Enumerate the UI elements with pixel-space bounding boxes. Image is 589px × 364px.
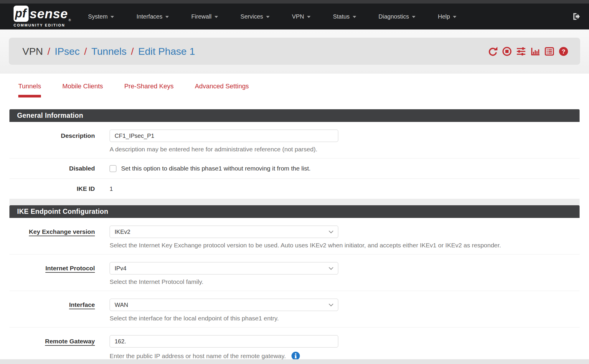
interface-control: WAN Select the interface for the local e…	[110, 299, 580, 322]
menu-item-label: Help	[438, 13, 450, 20]
ike-endpoint-configuration-section: IKE Endpoint Configuration Key Exchange …	[9, 205, 580, 364]
menu-item-label: Firewall	[191, 13, 212, 20]
breadcrumb-link-tunnels[interactable]: Tunnels	[91, 46, 127, 57]
remote-gateway-input[interactable]	[110, 335, 338, 348]
registered-mark: ®	[69, 18, 71, 22]
breadcrumb-separator: /	[131, 46, 134, 57]
internet-protocol-help-text: Select the Internet Protocol family.	[110, 278, 580, 285]
key-exchange-version-label: Key Exchange version	[9, 226, 110, 249]
key-exchange-version-select[interactable]: IKEv2	[110, 226, 338, 238]
bottom-strip	[0, 359, 589, 364]
tab-label: Tunnels	[18, 82, 41, 90]
menu-item-help[interactable]: Help	[438, 13, 456, 20]
menu-item-label: Status	[333, 13, 350, 20]
chevron-down-icon	[329, 265, 334, 270]
description-control: A description may be entered here for ad…	[110, 130, 580, 153]
menu-item-services[interactable]: Services	[240, 13, 270, 20]
tab-label: Pre-Shared Keys	[124, 82, 174, 90]
menu-item-diagnostics[interactable]: Diagnostics	[379, 13, 415, 20]
key-exchange-version-row: Key Exchange version IKEv2 Select the In…	[9, 218, 580, 254]
tab-pre-shared-keys[interactable]: Pre-Shared Keys	[116, 82, 183, 97]
breadcrumb-bar: VPN / IPsec / Tunnels / Edit Phase 1	[9, 38, 580, 65]
ike-id-value: 1	[110, 183, 580, 195]
menu-item-firewall[interactable]: Firewall	[191, 13, 218, 20]
pfsense-logo[interactable]: pf sense ® COMMUNITY EDITION	[14, 6, 71, 27]
menu-item-status[interactable]: Status	[333, 13, 356, 20]
menu-item-label: Diagnostics	[379, 13, 409, 20]
breadcrumb-actions: ?	[488, 47, 568, 56]
interface-row: Interface WAN Select the interface for t…	[9, 291, 580, 327]
tab-bar: Tunnels Mobile Clients Pre-Shared Keys A…	[0, 74, 589, 97]
chevron-down-icon	[165, 16, 169, 18]
ike-id-row: IKE ID 1	[9, 179, 580, 199]
description-label: Description	[9, 130, 110, 153]
chevron-down-icon	[412, 16, 415, 18]
menu-item-system[interactable]: System	[88, 13, 114, 20]
general-information-section: General Information Description A descri…	[9, 109, 580, 199]
remote-gateway-row: Remote Gateway Enter the public IP addre…	[9, 327, 580, 364]
description-help-text: A description may be entered here for ad…	[110, 146, 580, 153]
tab-underline	[62, 95, 103, 97]
internet-protocol-select[interactable]: IPv4	[110, 262, 338, 274]
disabled-label: Disabled	[9, 162, 110, 175]
description-input[interactable]	[110, 130, 338, 142]
active-tab-underline	[18, 95, 41, 97]
svg-text:?: ?	[562, 48, 565, 54]
section-gap	[9, 199, 580, 205]
sliders-icon[interactable]	[516, 47, 526, 56]
breadcrumb-separator: /	[47, 46, 50, 57]
top-strip	[0, 0, 589, 4]
pfsense-logo-wordmark: pf sense ®	[14, 6, 71, 22]
menu-item-label: System	[88, 13, 108, 20]
chevron-down-icon	[329, 302, 334, 307]
disabled-checkbox[interactable]	[110, 165, 116, 172]
sign-out-icon[interactable]	[571, 12, 580, 21]
tab-tunnels[interactable]: Tunnels	[9, 82, 50, 97]
tab-advanced-settings[interactable]: Advanced Settings	[186, 82, 258, 97]
select-value: WAN	[115, 302, 128, 308]
chevron-down-icon	[329, 229, 334, 234]
stop-icon[interactable]	[502, 47, 512, 56]
refresh-icon[interactable]	[488, 47, 498, 56]
tab-underline	[195, 95, 249, 97]
disabled-control: Set this option to disable this phase1 w…	[110, 162, 580, 175]
list-icon[interactable]	[545, 47, 554, 56]
key-exchange-version-control: IKEv2 Select the Internet Key Exchange p…	[110, 226, 580, 249]
key-exchange-version-help-text: Select the Internet Key Exchange protoco…	[110, 242, 580, 249]
disabled-checkbox-text: Set this option to disable this phase1 w…	[121, 165, 311, 172]
select-value: IKEv2	[115, 229, 130, 235]
top-navbar: pf sense ® COMMUNITY EDITION System Inte…	[0, 4, 589, 29]
chevron-down-icon	[110, 16, 114, 18]
help-icon[interactable]: ?	[559, 47, 568, 56]
breadcrumb-link-ipsec[interactable]: IPsec	[55, 46, 80, 57]
tab-underline	[124, 95, 174, 97]
sense-wordmark: sense	[30, 7, 68, 20]
section-title-ike-endpoint-configuration: IKE Endpoint Configuration	[9, 205, 580, 218]
chevron-down-icon	[353, 16, 356, 18]
menu-item-interfaces[interactable]: Interfaces	[136, 13, 169, 20]
community-edition-label: COMMUNITY EDITION	[14, 23, 71, 27]
page-header-zone: VPN / IPsec / Tunnels / Edit Phase 1	[0, 29, 589, 74]
remote-gateway-control: Enter the public IP address or host name…	[110, 335, 580, 360]
bar-chart-icon[interactable]	[530, 47, 540, 56]
internet-protocol-row: Internet Protocol IPv4 Select the Intern…	[9, 254, 580, 291]
breadcrumb: VPN / IPsec / Tunnels / Edit Phase 1	[22, 46, 195, 57]
remote-gateway-help-text: Enter the public IP address or host name…	[110, 353, 286, 360]
select-value: IPv4	[115, 265, 126, 272]
chevron-down-icon	[266, 16, 270, 18]
interface-label: Interface	[9, 299, 110, 322]
disabled-row: Disabled Set this option to disable this…	[9, 158, 580, 179]
menu-item-label: VPN	[292, 13, 304, 20]
interface-select[interactable]: WAN	[110, 299, 338, 311]
section-title-general-information: General Information	[9, 109, 580, 122]
ike-id-label: IKE ID	[9, 183, 110, 195]
pf-logo-mark: pf	[14, 6, 29, 22]
main-menu: System Interfaces Firewall Services VPN …	[88, 13, 456, 20]
menu-item-label: Interfaces	[136, 13, 162, 20]
chevron-down-icon	[215, 16, 218, 18]
tab-mobile-clients[interactable]: Mobile Clients	[53, 82, 112, 97]
menu-item-vpn[interactable]: VPN	[292, 13, 311, 20]
breadcrumb-link-edit-phase-1[interactable]: Edit Phase 1	[138, 46, 195, 57]
tab-label: Advanced Settings	[195, 82, 249, 90]
chevron-down-icon	[453, 16, 456, 18]
